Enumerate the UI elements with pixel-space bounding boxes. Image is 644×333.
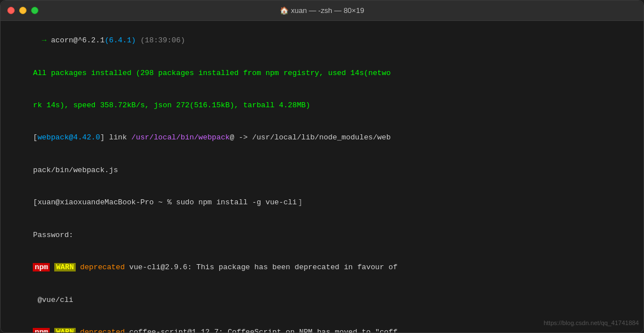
line-webpack-link: [webpack@4.42.0] link /usr/local/bin/web…	[6, 121, 638, 154]
close-button[interactable]	[7, 7, 15, 14]
line-command: [xuan@xiaoxuandeMacBook-Pro ~ % sudo npm…	[6, 186, 638, 218]
terminal-body[interactable]: → acorn@^6.2.1(6.4.1) (18:39:06) All pac…	[1, 21, 643, 332]
fullscreen-button[interactable]	[31, 7, 38, 14]
watermark: https://blog.csdn.net/qq_41741884	[543, 319, 639, 328]
line-packages-cont: rk 14s), speed 358.72kB/s, json 272(516.…	[6, 89, 638, 121]
line-password: Password:	[6, 219, 638, 251]
line-packages: All packages installed (298 packages ins…	[6, 56, 638, 89]
line-prompt: → acorn@^6.2.1(6.4.1) (18:39:06)	[6, 24, 638, 56]
line-warn1-cont: @vue/cli	[6, 283, 638, 316]
titlebar: 🏠 xuan — -zsh — 80×19	[1, 1, 643, 21]
line-webpack-link-cont: pack/bin/webpack.js	[6, 154, 638, 186]
line-warn1: npm WARN deprecated vue-cli@2.9.6: This …	[6, 251, 638, 283]
traffic-lights	[7, 7, 38, 14]
window-title: 🏠 xuan — -zsh — 80×19	[280, 6, 364, 15]
terminal-window: 🏠 xuan — -zsh — 80×19 → acorn@^6.2.1(6.4…	[0, 0, 644, 333]
minimize-button[interactable]	[19, 7, 27, 14]
